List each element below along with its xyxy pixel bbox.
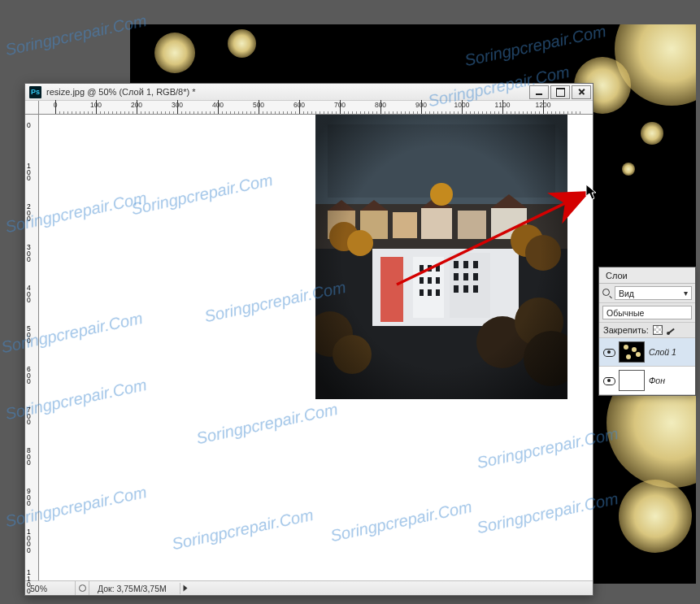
close-button[interactable] <box>572 85 591 99</box>
titlebar[interactable]: Ps resize.jpg @ 50% (Слой 1, RGB/8*) * <box>25 84 593 101</box>
layers-filter-row: Вид ▾ <box>599 284 695 303</box>
ruler-vertical[interactable]: 010020030040050060070080090010001100 <box>25 115 39 580</box>
document-area[interactable]: 0100200300400500600700800900100011001200… <box>25 101 593 580</box>
layer-name[interactable]: Слой 1 <box>649 347 692 357</box>
blend-mode-select[interactable]: Обычные <box>602 306 692 319</box>
svg-rect-46 <box>315 115 567 399</box>
visibility-eye-icon[interactable] <box>602 345 615 358</box>
canvas-image-layer <box>315 115 567 399</box>
lock-pixels-icon[interactable] <box>667 326 676 335</box>
layers-filter-type[interactable]: Вид ▾ <box>615 286 692 300</box>
layer-item[interactable]: Фон <box>599 367 695 395</box>
window-title: resize.jpg @ 50% (Слой 1, RGB/8*) * <box>46 87 195 97</box>
canvas[interactable] <box>39 115 588 578</box>
layers-blend-row: Обычные <box>599 303 695 323</box>
layer-item[interactable]: Слой 1 <box>599 338 695 367</box>
layer-name[interactable]: Фон <box>649 376 692 385</box>
minimize-button[interactable] <box>529 85 549 99</box>
ruler-horizontal[interactable]: 0100200300400500600700800900100011001200 <box>39 101 593 115</box>
photoshop-icon: Ps <box>29 86 41 98</box>
statusbar: 50% Док: 3,75M/3,75M <box>25 580 593 595</box>
doc-size-info: Док: 3,75M/3,75M <box>89 584 175 593</box>
layers-lock-row: Закрепить: <box>599 323 695 338</box>
zoom-field[interactable]: 50% <box>25 581 76 595</box>
statusbar-flyout[interactable] <box>180 583 191 594</box>
layer-thumbnail <box>619 370 645 391</box>
lock-label: Закрепить: <box>603 325 649 335</box>
lock-transparency-icon[interactable] <box>653 325 663 335</box>
layers-panel: Слои Вид ▾ Обычные Закрепить: Слой 1 <box>598 267 696 396</box>
statusbar-icon[interactable] <box>76 581 89 595</box>
document-window: Ps resize.jpg @ 50% (Слой 1, RGB/8*) * 0… <box>24 83 593 596</box>
workspace: Ps resize.jpg @ 50% (Слой 1, RGB/8*) * 0… <box>0 0 700 604</box>
visibility-eye-icon[interactable] <box>602 374 615 387</box>
layer-thumbnail <box>619 341 645 363</box>
layers-filter-label: Вид <box>619 289 634 298</box>
maximize-button[interactable] <box>550 85 570 99</box>
layers-panel-tab[interactable]: Слои <box>599 267 695 284</box>
blend-mode-label: Обычные <box>607 308 644 318</box>
chevron-down-icon: ▾ <box>684 289 688 298</box>
ruler-origin[interactable] <box>25 101 39 115</box>
watermark-text: Soringpcrepair.Com <box>4 11 149 59</box>
search-icon <box>602 289 611 298</box>
